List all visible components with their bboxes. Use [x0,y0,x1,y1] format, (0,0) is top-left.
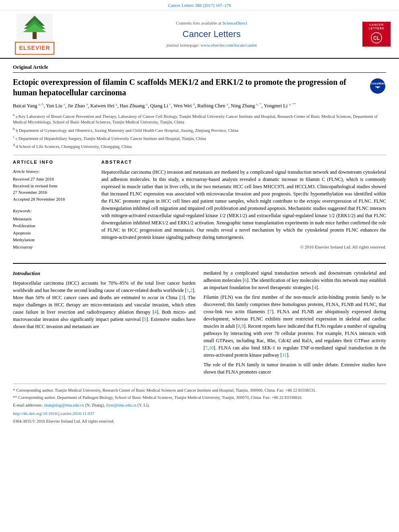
article-type: Original Article [13,64,386,73]
ref-7b-link[interactable]: 7 [205,345,208,351]
footer-notes: * Corresponding author. Tianjin Medical … [13,384,386,425]
history-label: Article history: [13,168,93,175]
article-info-column: ARTICLE INFO Article history: Received 2… [13,159,93,257]
keyword-microarray: Microarray [13,244,93,251]
sciencedirect-link[interactable]: ScienceDirect [222,21,247,25]
authors-line: Baicai Yang a, b, Yun Liu a, Jie Zhao a,… [13,102,386,110]
abstract-text: Hepatocellular carcinoma (HCC) invasion … [101,168,386,241]
body-content: Introduction Hepatocellular carcinoma (H… [13,269,386,378]
crossmark-icon[interactable]: CrossMark [370,78,385,94]
affiliation-a: a a Key Laboratory of Breast Cancer Prev… [13,112,386,125]
journal-homepage-line: journal homepage: www.elsevier.com/locat… [67,42,356,48]
abstract-paragraph: Hepatocellular carcinoma (HCC) invasion … [101,168,386,241]
abstract-copyright: © 2016 Elsevier Ireland Ltd. All rights … [101,244,386,250]
ref-3-link[interactable]: 3 [181,295,183,300]
keyword-proliferation: Proliferation [13,222,93,230]
email-name-1: (N. Zhang), [85,403,105,407]
email-name-2: (Y. Li). [138,403,150,407]
abstract-column: ABSTRACT Hepatocellular carcinoma (HCC) … [101,159,386,257]
intro-paragraph-3: Filamin (FLN) was the first member of th… [204,294,386,359]
keyword-metastasis: Metastasis [13,216,93,223]
homepage-url[interactable]: www.elsevier.com/locate/canlet [201,43,257,47]
keywords-block: Keywords: Metastasis Proliferation Apopt… [13,208,93,251]
journal-header-center: Contents lists available at ScienceDirec… [67,14,356,55]
received-revised-label: Received in revised form [13,183,93,189]
journal-citation-bar: Cancer Letters 388 (2017) 167–176 [0,0,399,10]
contents-label: Contents lists available at [176,21,221,25]
keyword-apoptosis: Apoptosis [13,230,93,237]
email-1[interactable]: zhangning@tmu.edu.cn [44,403,84,407]
intro-paragraph-1: Hepatocellular carcinoma (HCC) accounts … [13,279,195,330]
cancer-letters-badge: CANCER LETTERS CL [362,22,391,47]
body-col-left: Introduction Hepatocellular carcinoma (H… [13,269,195,378]
svg-rect-1 [33,32,37,39]
homepage-label: journal homepage: [167,43,200,47]
doi-link[interactable]: http://dx.doi.org/10.1016/j.canlet.2016.… [13,410,386,417]
ref-2-link[interactable]: 2 [190,288,193,293]
intro-paragraph-2: mediated by a complicated signal transdu… [204,269,386,291]
received-date: Received 27 June 2016 [13,176,93,183]
ref-11-link[interactable]: 11 [282,352,287,358]
ref-10-link[interactable]: 10 [209,345,214,351]
corresponding-2: ** Corresponding author. Department of P… [13,394,386,401]
email-label: E-mail addresses: [13,403,43,407]
deaths-text: deaths [150,288,162,293]
ref-9-link[interactable]: 9 [241,323,244,329]
ref-8-link[interactable]: 8 [238,323,240,329]
authors-text: Baicai Yang a, b, Yun Liu a, Jie Zhao a,… [13,103,296,109]
section-divider [13,263,386,264]
page-wrapper: Cancer Letters 388 (2017) 167–176 ELSEVI… [0,0,399,433]
svg-text:CL: CL [373,35,380,41]
journal-header: ELSEVIER Contents lists available at Sci… [0,10,399,59]
journal-citation: Cancer Letters 388 (2017) 167–176 [168,3,231,8]
ref-4-link[interactable]: 4 [154,309,157,315]
received-revised-date: 27 November 2016 [13,189,93,196]
sciencedirect-line: Contents lists available at ScienceDirec… [67,20,356,26]
elsevier-logo: ELSEVIER [15,42,54,55]
article-info-abstract-section: ARTICLE INFO Article history: Received 2… [13,155,386,257]
accepted-date: Accepted 28 November 2016 [13,196,93,203]
article-info-heading: ARTICLE INFO [13,159,93,165]
email-2[interactable]: liym@tmu.edu.cn [106,403,137,407]
body-col-right: mediated by a complicated signal transdu… [204,269,386,378]
email-line: E-mail addresses: zhangning@tmu.edu.cn (… [13,402,386,409]
affiliation-d: d d School of Life Sciences, Chongqing U… [13,142,386,150]
ref-1-link[interactable]: 1 [187,288,189,293]
ref-4b-link[interactable]: 4 [314,285,316,290]
abstract-heading: ABSTRACT [101,159,386,165]
footer-copyright: 0304-3835/© 2016 Elsevier Ireland Ltd. A… [13,418,386,425]
ref-6-link[interactable]: 6 [245,277,247,283]
journal-name-header: Cancer Letters [67,28,356,41]
affiliations: a a Key Laboratory of Breast Cancer Prev… [13,112,386,150]
corresponding-1: * Corresponding author. Tianjin Medical … [13,387,386,394]
ref-7-link[interactable]: 7 [269,309,271,314]
main-content: Original Article Ectopic overexpression … [0,59,399,433]
crossmark-badge[interactable]: CrossMark [370,78,386,94]
affiliation-b: b b Department of Gynaecology and Obstet… [13,126,386,134]
elsevier-tree-icon [16,14,53,42]
journal-header-right: CANCER LETTERS CL [360,14,393,55]
introduction-heading: Introduction [13,269,195,277]
badge-icon: CL [370,32,383,44]
journal-header-left: ELSEVIER [6,14,63,55]
affiliation-c: c c Department of Hepatobiliary Surgery,… [13,134,386,142]
article-title: Ectopic overexpression of filamin C scaf… [13,77,366,98]
keywords-list: Metastasis Proliferation Apoptosis Methy… [13,216,93,251]
intro-paragraph-4: The role of the FLN family in tumor inva… [204,361,386,376]
ref-5-link[interactable]: 5 [144,316,146,322]
keyword-methylation: Methylation [13,236,93,244]
article-title-section: Ectopic overexpression of filamin C scaf… [13,77,386,98]
keywords-label: Keywords: [13,208,93,214]
svg-text:CrossMark: CrossMark [370,82,385,85]
article-history: Article history: Received 27 June 2016 R… [13,168,93,202]
